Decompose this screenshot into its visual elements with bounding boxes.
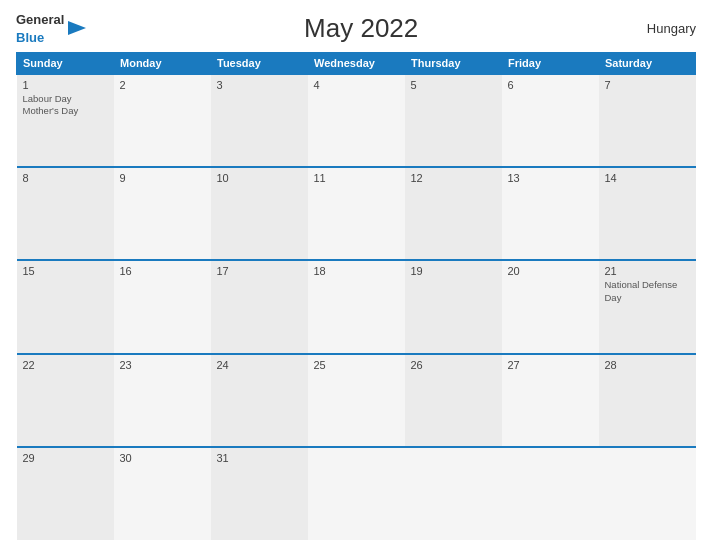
calendar-table: Sunday Monday Tuesday Wednesday Thursday… [16, 52, 696, 540]
calendar-cell: 25 [308, 354, 405, 447]
calendar-cell: 13 [502, 167, 599, 260]
day-number: 10 [217, 172, 302, 184]
day-number: 13 [508, 172, 593, 184]
calendar-cell: 16 [114, 260, 211, 353]
calendar-cell: 4 [308, 74, 405, 167]
day-number: 25 [314, 359, 399, 371]
calendar-cell: 12 [405, 167, 502, 260]
col-wednesday: Wednesday [308, 53, 405, 75]
calendar-cell: 11 [308, 167, 405, 260]
day-number: 5 [411, 79, 496, 91]
day-number: 11 [314, 172, 399, 184]
day-number: 31 [217, 452, 302, 464]
calendar-cell [405, 447, 502, 540]
day-number: 7 [605, 79, 690, 91]
col-thursday: Thursday [405, 53, 502, 75]
calendar-cell: 22 [17, 354, 114, 447]
day-number: 30 [120, 452, 205, 464]
calendar-week-row: 891011121314 [17, 167, 696, 260]
calendar-cell: 28 [599, 354, 696, 447]
calendar-page: General Blue May 2022 Hungary Sunday Mon… [0, 0, 712, 550]
calendar-cell: 8 [17, 167, 114, 260]
calendar-cell: 15 [17, 260, 114, 353]
logo: General Blue [16, 10, 86, 46]
calendar-cell: 10 [211, 167, 308, 260]
day-number: 9 [120, 172, 205, 184]
day-number: 26 [411, 359, 496, 371]
day-number: 1 [23, 79, 108, 91]
calendar-cell: 19 [405, 260, 502, 353]
day-number: 3 [217, 79, 302, 91]
day-number: 21 [605, 265, 690, 277]
day-number: 18 [314, 265, 399, 277]
day-number: 16 [120, 265, 205, 277]
calendar-cell: 18 [308, 260, 405, 353]
calendar-cell: 20 [502, 260, 599, 353]
calendar-cell: 5 [405, 74, 502, 167]
day-number: 27 [508, 359, 593, 371]
day-number: 14 [605, 172, 690, 184]
col-saturday: Saturday [599, 53, 696, 75]
country-label: Hungary [636, 21, 696, 36]
day-number: 2 [120, 79, 205, 91]
calendar-header: General Blue May 2022 Hungary [16, 10, 696, 46]
col-sunday: Sunday [17, 53, 114, 75]
calendar-week-row: 1Labour DayMother's Day234567 [17, 74, 696, 167]
calendar-cell: 7 [599, 74, 696, 167]
holiday-label: Labour Day [23, 93, 108, 105]
calendar-cell [599, 447, 696, 540]
col-friday: Friday [502, 53, 599, 75]
holiday-label: Mother's Day [23, 105, 108, 117]
calendar-cell: 9 [114, 167, 211, 260]
day-number: 12 [411, 172, 496, 184]
calendar-cell: 6 [502, 74, 599, 167]
calendar-cell: 30 [114, 447, 211, 540]
calendar-week-row: 293031 [17, 447, 696, 540]
col-tuesday: Tuesday [211, 53, 308, 75]
day-number: 19 [411, 265, 496, 277]
calendar-week-row: 15161718192021National Defense Day [17, 260, 696, 353]
calendar-cell: 27 [502, 354, 599, 447]
day-number: 29 [23, 452, 108, 464]
day-number: 20 [508, 265, 593, 277]
calendar-cell: 23 [114, 354, 211, 447]
calendar-cell: 14 [599, 167, 696, 260]
col-monday: Monday [114, 53, 211, 75]
calendar-cell [502, 447, 599, 540]
calendar-header-row: Sunday Monday Tuesday Wednesday Thursday… [17, 53, 696, 75]
holiday-label: National Defense Day [605, 279, 690, 304]
day-number: 8 [23, 172, 108, 184]
calendar-cell: 24 [211, 354, 308, 447]
day-number: 28 [605, 359, 690, 371]
calendar-cell: 2 [114, 74, 211, 167]
logo-blue-text: Blue [16, 30, 44, 45]
calendar-week-row: 22232425262728 [17, 354, 696, 447]
month-title: May 2022 [86, 13, 636, 44]
day-number: 23 [120, 359, 205, 371]
calendar-cell: 31 [211, 447, 308, 540]
day-number: 4 [314, 79, 399, 91]
day-number: 15 [23, 265, 108, 277]
calendar-cell [308, 447, 405, 540]
calendar-cell: 21National Defense Day [599, 260, 696, 353]
day-number: 22 [23, 359, 108, 371]
day-number: 24 [217, 359, 302, 371]
logo-flag-icon [68, 21, 86, 35]
calendar-cell: 17 [211, 260, 308, 353]
calendar-cell: 1Labour DayMother's Day [17, 74, 114, 167]
calendar-cell: 29 [17, 447, 114, 540]
svg-marker-0 [68, 21, 86, 35]
calendar-cell: 26 [405, 354, 502, 447]
logo-general-text: General [16, 12, 64, 27]
calendar-cell: 3 [211, 74, 308, 167]
day-number: 17 [217, 265, 302, 277]
day-number: 6 [508, 79, 593, 91]
